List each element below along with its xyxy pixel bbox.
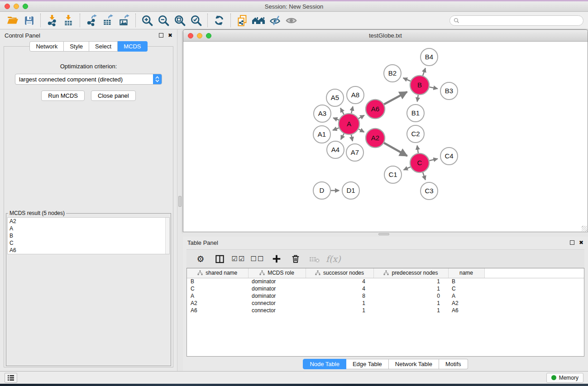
edge-A-A8[interactable] (351, 106, 353, 113)
edge-C-C1[interactable] (404, 167, 411, 170)
cell-shared-name[interactable]: C (187, 285, 248, 292)
select-all-columns-button[interactable]: ☑☑ (231, 252, 246, 266)
column-header-mcds-role[interactable]: MCDS role (248, 268, 306, 278)
cell-shared-name[interactable]: B (187, 278, 248, 285)
delete-column-button[interactable] (288, 252, 303, 266)
cell-name[interactable]: A6 (448, 307, 484, 314)
column-header-predecessor-nodes[interactable]: predecessor nodes (373, 268, 448, 278)
zoom-selected-button[interactable] (188, 13, 204, 28)
edge-A6-B[interactable] (384, 92, 407, 105)
horizontal-split-divider[interactable] (183, 232, 588, 237)
cell-successor-nodes[interactable]: 1 (306, 300, 373, 307)
save-session-button[interactable] (21, 13, 37, 28)
tab-motifs[interactable]: Motifs (439, 359, 468, 369)
cell-shared-name[interactable]: A (187, 292, 248, 300)
delete-table-button[interactable] (307, 252, 322, 266)
window-resize-grip[interactable] (582, 226, 587, 231)
cell-successor-nodes[interactable]: 1 (306, 307, 373, 314)
result-scrollbar[interactable] (165, 218, 169, 254)
edge-C-C4[interactable] (429, 159, 437, 161)
table-settings-button[interactable]: ⚙ (193, 252, 208, 266)
add-column-button[interactable] (269, 252, 284, 266)
cell-mcds-role[interactable]: connector (248, 300, 306, 307)
cell-predecessor-nodes[interactable]: 1 (373, 300, 448, 307)
edge-A-A1[interactable] (333, 128, 339, 130)
column-header-shared-name[interactable]: shared name (187, 268, 248, 278)
mcds-result-item[interactable]: B (8, 232, 169, 239)
edge-A2-C[interactable] (384, 143, 407, 156)
cell-name[interactable]: A (448, 292, 484, 300)
import-table-button[interactable] (60, 13, 76, 28)
hide-selected-button[interactable] (267, 13, 283, 28)
tab-select[interactable]: Select (89, 41, 118, 52)
edge-B-B4[interactable] (423, 68, 425, 76)
first-neighbors-button[interactable] (250, 13, 267, 28)
cell-name[interactable]: A2 (448, 300, 484, 307)
table-row[interactable]: A2connector11A2 (187, 300, 584, 307)
cell-successor-nodes[interactable]: 4 (306, 285, 373, 292)
export-network-button[interactable] (83, 13, 100, 28)
memory-button[interactable]: Memory (546, 373, 583, 383)
show-columns-button[interactable] (212, 252, 227, 266)
cell-shared-name[interactable]: A6 (187, 307, 248, 314)
cell-name[interactable]: B (448, 278, 484, 285)
tab-style[interactable]: Style (64, 41, 89, 52)
cell-predecessor-nodes[interactable]: 1 (373, 307, 448, 314)
close-panel-icon[interactable]: ✖ (168, 33, 172, 38)
mcds-result-item[interactable]: C (8, 239, 169, 247)
cell-mcds-role[interactable]: dominator (248, 285, 306, 292)
edge-A-A6[interactable] (359, 115, 364, 119)
show-panels-button[interactable] (5, 373, 17, 383)
import-network-button[interactable] (44, 13, 60, 28)
close-table-panel-icon[interactable]: ✖ (579, 240, 583, 245)
cell-successor-nodes[interactable]: 8 (306, 292, 373, 300)
tab-node-table[interactable]: Node Table (303, 359, 346, 369)
apply-layout-button[interactable] (211, 13, 227, 28)
edge-C-C3[interactable] (423, 172, 425, 180)
divider-handle[interactable] (178, 196, 182, 207)
export-table-button[interactable] (100, 13, 116, 28)
unselect-all-columns-button[interactable]: ☐☐ (250, 252, 265, 266)
edge-B-B2[interactable] (403, 78, 411, 81)
search-input[interactable] (462, 17, 579, 24)
network-window-titlebar[interactable]: testGlobe.txt (183, 30, 588, 42)
cell-mcds-role[interactable]: dominator (248, 278, 306, 285)
cell-mcds-role[interactable]: connector (248, 307, 306, 314)
tab-mcds[interactable]: MCDS (118, 41, 147, 52)
column-header-name[interactable]: name (448, 268, 484, 278)
open-session-button[interactable] (5, 13, 21, 28)
edge-A-A3[interactable] (333, 118, 339, 120)
cell-name[interactable]: C (448, 285, 484, 292)
cell-mcds-role[interactable]: dominator (248, 292, 306, 300)
tab-network-table[interactable]: Network Table (389, 359, 439, 369)
close-panel-button[interactable]: Close panel (91, 91, 136, 101)
run-mcds-button[interactable]: Run MCDS (41, 91, 85, 101)
tab-network[interactable]: Network (29, 41, 64, 52)
table-row[interactable]: Bdominator41B (187, 278, 584, 285)
cell-predecessor-nodes[interactable]: 1 (373, 285, 448, 292)
edge-A-A4[interactable] (341, 133, 344, 139)
network-canvas[interactable]: AA1A2A3A4A5A6A7A8BB1B2B3B4CC1C2C3C4DD1 (183, 42, 588, 232)
function-builder-label[interactable]: f(x) (326, 254, 341, 264)
mcds-result-item[interactable]: A6 (8, 247, 169, 254)
float-panel-icon[interactable] (159, 33, 163, 38)
new-network-from-selection-button[interactable] (234, 13, 250, 28)
mcds-result-list[interactable]: A2ABCA6 (7, 217, 170, 254)
divider-handle[interactable] (378, 233, 389, 235)
zoom-out-button[interactable] (155, 13, 172, 28)
mcds-result-item[interactable]: A2 (8, 218, 169, 225)
zoom-fit-button[interactable] (172, 13, 188, 28)
vertical-split-divider[interactable] (177, 29, 183, 371)
table-row[interactable]: A6connector11A6 (187, 307, 584, 314)
edge-B-B3[interactable] (430, 87, 438, 89)
float-table-panel-icon[interactable] (570, 240, 574, 245)
cell-predecessor-nodes[interactable]: 1 (373, 278, 448, 285)
cell-shared-name[interactable]: A2 (187, 300, 248, 307)
network-graph[interactable]: AA1A2A3A4A5A6A7A8BB1B2B3B4CC1C2C3C4DD1 (183, 42, 587, 232)
zoom-in-button[interactable] (139, 13, 155, 28)
export-image-button[interactable] (116, 13, 132, 28)
cell-successor-nodes[interactable]: 4 (306, 278, 373, 285)
edge-A-A2[interactable] (359, 129, 364, 132)
optimization-criterion-select[interactable]: largest connected component (directed) (15, 74, 162, 85)
column-header-successor-nodes[interactable]: successor nodes (306, 268, 373, 278)
